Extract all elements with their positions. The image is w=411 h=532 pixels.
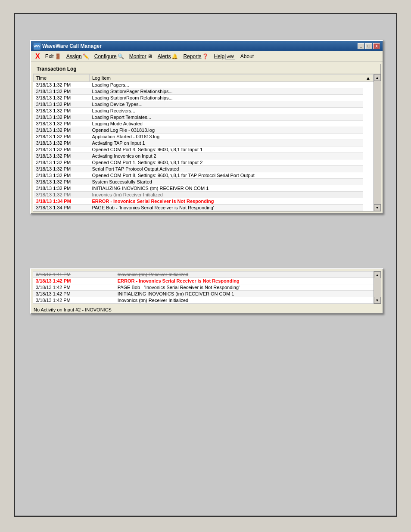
table-row: 3/18/13 1:32 PMLoading Pagers... <box>34 82 374 88</box>
cell-logitem: ERROR - Inovonics Serial Receiver is Not… <box>90 198 363 205</box>
scroll-up[interactable]: ▲ <box>374 74 381 81</box>
cell-logitem: Opened Log File - 031813.log <box>90 127 363 134</box>
cell-logitem: Opened COM Port 1, Settings: 9600,n,8,1 … <box>90 159 363 166</box>
configure-label: Configure <box>94 53 117 59</box>
cell-time: 3/18/13 1:32 PM <box>34 172 90 179</box>
cell-logitem: Logging Mode Activated <box>90 121 363 127</box>
table-row: 3/18/13 1:32 PMLoading Station/Room Rela… <box>34 95 374 101</box>
configure-icon: 🔍 <box>118 53 124 59</box>
table-header-row: Time Log Item ▲ <box>34 75 374 82</box>
cell-logitem: Opened COM Port 4, Settings: 9600,n,8,1 … <box>90 146 363 153</box>
cell-logitem: Loading Report Templates... <box>90 114 363 121</box>
monitor-button[interactable]: Monitor 🖥 <box>128 53 154 60</box>
cell-logitem: Loading Receivers... <box>90 108 363 114</box>
minimize-button[interactable]: _ <box>358 43 364 49</box>
status-text: No Activity on Input #2 - INOVONICS <box>34 307 112 312</box>
cell-time: 3/18/13 1:32 PM <box>34 166 90 172</box>
col-logitem: Log Item <box>90 75 363 82</box>
outer-border: wW WaveWare Call Manager _ □ X X Exit 🚪 … <box>14 13 397 517</box>
cell-logitem: PAGE Bob - 'Inovonics Serial Receiver is… <box>90 205 363 211</box>
bottom-scroll-up[interactable]: ▲ <box>374 271 381 278</box>
cell-logitem: Inovonics (tm) Receiver Initialized <box>115 297 374 304</box>
app-icon: wW <box>34 43 40 50</box>
table-row: 3/18/13 1:32 PMActivating TAP on Input 1 <box>34 140 374 146</box>
cell-time: 3/18/13 1:34 PM <box>34 198 90 205</box>
table-row: 3/18/13 1:32 PMLoading Station/Pager Rel… <box>34 88 374 95</box>
bottom-log-table: 3/18/13 1:41 PMInovonics (tm) Receiver I… <box>33 271 374 304</box>
cell-time: 3/18/13 1:32 PM <box>34 121 90 127</box>
window-title: WaveWare Call Manager <box>42 43 102 49</box>
table-row: 3/18/13 1:42 PMERROR - Inovonics Serial … <box>33 278 374 284</box>
cell-logitem: ERROR - Inovonics Serial Receiver is Not… <box>115 278 374 284</box>
exit-button[interactable]: Exit 🚪 <box>44 53 63 60</box>
about-label: About <box>240 53 254 59</box>
toolbar: X Exit 🚪 Assign ✏️ Configure 🔍 Monitor 🖥… <box>31 51 383 62</box>
title-bar: wW WaveWare Call Manager _ □ X <box>31 41 383 51</box>
scroll-down[interactable]: ▼ <box>374 204 381 211</box>
cell-logitem: Application Started - 031813.log <box>90 134 363 140</box>
reports-icon: ❓ <box>202 53 209 59</box>
exit-icon: 🚪 <box>55 53 61 59</box>
log-wrapper: Time Log Item ▲ 3/18/13 1:32 PMLoading P… <box>33 74 374 211</box>
scrollbar[interactable]: ▲ ▼ <box>374 74 380 211</box>
bottom-scrollbar[interactable]: ▲ ▼ <box>374 271 380 304</box>
about-button[interactable]: About <box>239 53 255 60</box>
cell-logitem: Opened COM Port 8, Settings: 9600,n,8,1 … <box>90 172 363 179</box>
table-row: 3/18/13 1:32 PMINITIALIZING INOVONICS (t… <box>34 185 374 192</box>
bottom-scroll-track <box>374 278 381 297</box>
close-x-button[interactable]: X <box>34 53 42 60</box>
col-sort: ▲ <box>363 75 374 82</box>
cell-time: 3/18/13 1:32 PM <box>34 88 90 95</box>
table-row: 3/18/13 1:32 PMSerial Port TAP Protocol … <box>34 166 374 172</box>
cell-logitem: Activating Inovonics on Input 2 <box>90 153 363 159</box>
cell-logitem: Loading Station/Pager Relationships... <box>90 88 363 95</box>
cell-logitem: Loading Device Types... <box>90 101 363 108</box>
scroll-track <box>374 81 381 204</box>
bottom-log-wrapper: 3/18/13 1:41 PMInovonics (tm) Receiver I… <box>33 271 374 304</box>
help-label: Help <box>214 53 224 59</box>
reports-button[interactable]: Reports ❓ <box>181 53 210 60</box>
cell-time: 3/18/13 1:42 PM <box>33 297 115 304</box>
title-bar-left: wW WaveWare Call Manager <box>34 43 102 50</box>
cell-time: 3/18/13 1:32 PM <box>34 114 90 121</box>
configure-button[interactable]: Configure 🔍 <box>93 53 126 60</box>
cell-time: 3/18/13 1:32 PM <box>34 192 90 198</box>
table-row: 3/18/13 1:32 PMApplication Started - 031… <box>34 134 374 140</box>
assign-button[interactable]: Assign ✏️ <box>65 53 91 60</box>
alerts-label: Alerts <box>158 53 171 59</box>
cell-time: 3/18/13 1:32 PM <box>34 179 90 185</box>
log-container: Time Log Item ▲ 3/18/13 1:32 PMLoading P… <box>33 74 380 211</box>
table-row: 3/18/13 1:32 PMLogging Mode Activated <box>34 121 374 127</box>
log-table: Time Log Item ▲ 3/18/13 1:32 PMLoading P… <box>33 74 374 211</box>
cell-logitem: Activating TAP on Input 1 <box>90 140 363 146</box>
cell-logitem: PAGE Bob - 'Inovonics Serial Receiver is… <box>115 284 374 291</box>
table-row: 3/18/13 1:32 PMOpened COM Port 1, Settin… <box>34 159 374 166</box>
table-row: 3/18/13 1:32 PMOpened Log File - 031813.… <box>34 127 374 134</box>
table-row: 3/18/13 1:32 PMLoading Device Types... <box>34 101 374 108</box>
maximize-button[interactable]: □ <box>365 43 372 49</box>
table-row: 3/18/13 1:42 PMPAGE Bob - 'Inovonics Ser… <box>33 284 374 291</box>
table-row: 3/18/13 1:32 PMActivating Inovonics on I… <box>34 153 374 159</box>
assign-icon: ✏️ <box>83 53 89 59</box>
cell-time: 3/18/13 1:32 PM <box>34 185 90 192</box>
table-row: 3/18/13 1:34 PMPAGE Bob - 'Inovonics Ser… <box>34 205 374 211</box>
cell-logitem: Serial Port TAP Protocol Output Activate… <box>90 166 363 172</box>
cell-time: 3/18/13 1:32 PM <box>34 134 90 140</box>
cell-logitem: Inovonics (tm) Receiver Initialized <box>115 271 374 278</box>
table-row: 3/18/13 1:32 PMOpened COM Port 4, Settin… <box>34 146 374 153</box>
help-button[interactable]: Help wW <box>212 53 237 60</box>
bottom-scroll-down[interactable]: ▼ <box>374 297 381 304</box>
cell-time: 3/18/13 1:32 PM <box>34 101 90 108</box>
alerts-button[interactable]: Alerts 🔔 <box>156 53 180 60</box>
cell-time: 3/18/13 1:32 PM <box>34 140 90 146</box>
cell-time: 3/18/13 1:42 PM <box>33 284 115 291</box>
cell-time: 3/18/13 1:42 PM <box>33 278 115 284</box>
cell-time: 3/18/13 1:41 PM <box>33 271 115 278</box>
close-button[interactable]: X <box>373 43 380 49</box>
window-controls: _ □ X <box>358 43 380 49</box>
reports-label: Reports <box>183 53 201 59</box>
col-time: Time <box>34 75 90 82</box>
table-row: 3/18/13 1:42 PMInovonics (tm) Receiver I… <box>33 297 374 304</box>
cell-logitem: System Successfully Started <box>90 179 363 185</box>
bottom-log-container: 3/18/13 1:41 PMInovonics (tm) Receiver I… <box>33 271 380 304</box>
